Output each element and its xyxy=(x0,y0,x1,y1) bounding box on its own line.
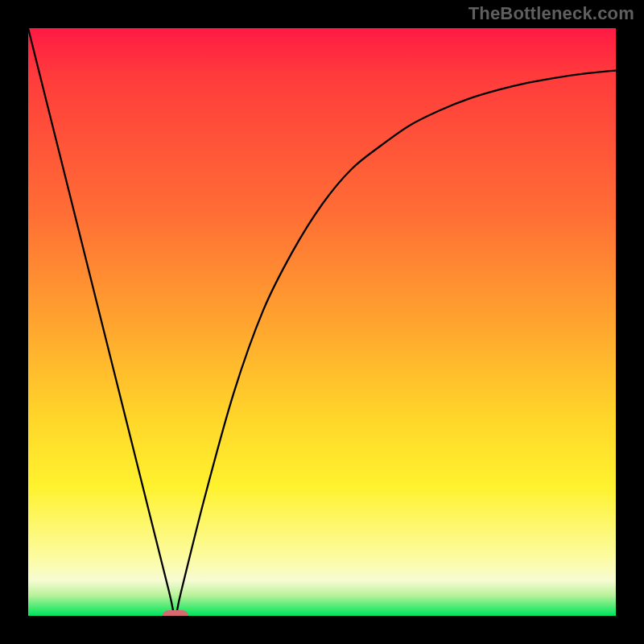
plot-area xyxy=(28,28,616,616)
bottleneck-curve xyxy=(28,28,616,616)
optimal-point-marker xyxy=(163,610,188,616)
chart-frame: TheBottleneck.com xyxy=(0,0,644,644)
watermark-text: TheBottleneck.com xyxy=(469,3,634,24)
